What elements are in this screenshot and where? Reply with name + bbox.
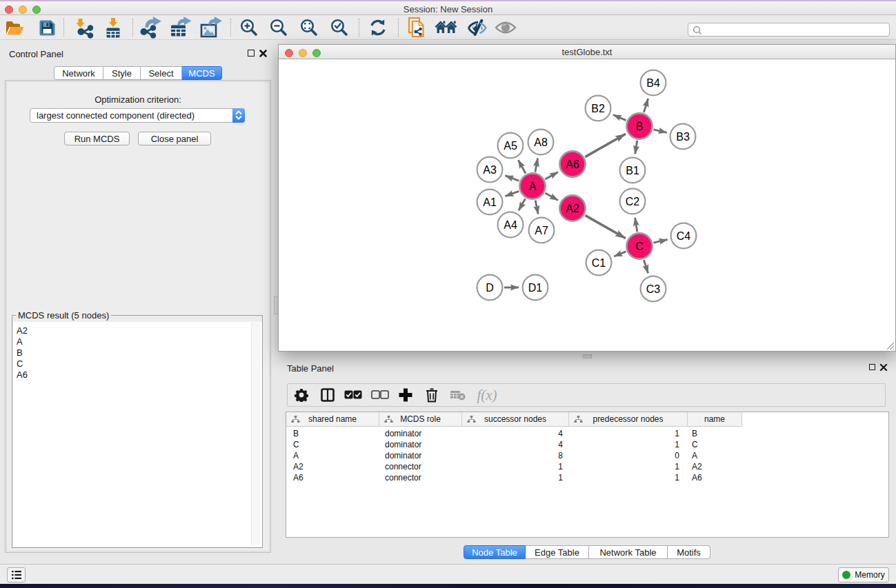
svg-text:A1: A1: [483, 196, 497, 208]
svg-text:A4: A4: [504, 219, 517, 231]
svg-text:C1: C1: [592, 257, 606, 269]
svg-text:A2: A2: [566, 203, 579, 214]
svg-text:A3: A3: [483, 164, 497, 176]
svg-text:D1: D1: [528, 282, 543, 294]
svg-text:A7: A7: [535, 225, 548, 236]
svg-text:A: A: [529, 181, 537, 192]
svg-text:C2: C2: [626, 196, 640, 207]
svg-text:D: D: [486, 282, 494, 294]
svg-text:B: B: [636, 121, 644, 132]
svg-text:B2: B2: [591, 103, 605, 114]
svg-text:A5: A5: [504, 140, 517, 152]
svg-text:C3: C3: [646, 283, 661, 295]
svg-text:B4: B4: [646, 77, 660, 89]
svg-text:C4: C4: [677, 230, 691, 242]
svg-text:A6: A6: [566, 159, 579, 170]
svg-text:B1: B1: [626, 165, 639, 176]
svg-text:A8: A8: [534, 136, 548, 148]
svg-text:C: C: [635, 241, 644, 252]
svg-text:B3: B3: [676, 131, 690, 143]
